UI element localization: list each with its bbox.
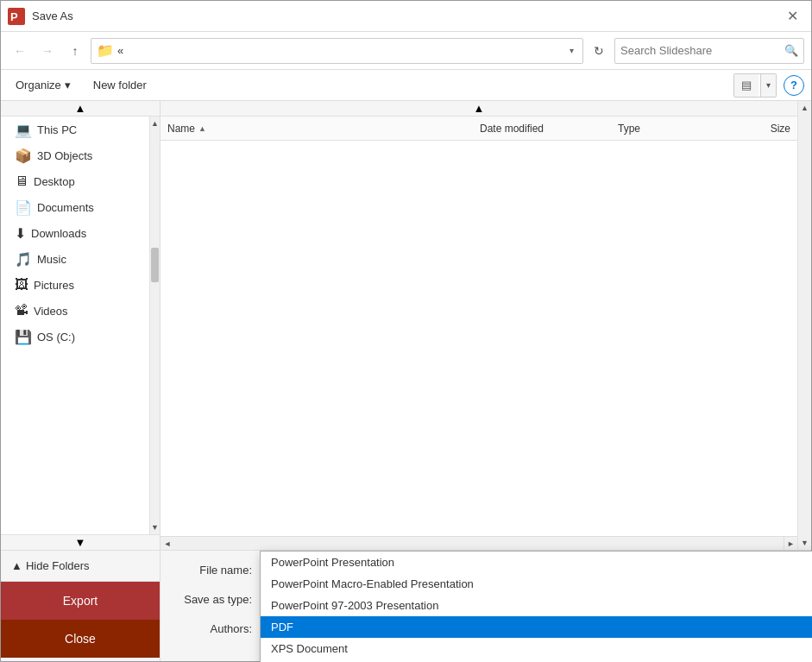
main-content: ▲ 💻This PC📦3D Objects🖥Desktop📄Documents⬇… xyxy=(1,101,811,550)
hscroll-track xyxy=(174,537,784,550)
sidebar-items-list: 💻This PC📦3D Objects🖥Desktop📄Documents⬇Do… xyxy=(1,117,149,534)
address-text: « xyxy=(117,44,566,57)
forward-button[interactable]: → xyxy=(35,39,60,63)
sidebar-item-3d-objects[interactable]: 📦3D Objects xyxy=(1,142,149,168)
toolbar: Organize ▾ New folder ▤ ▾ ? xyxy=(1,70,811,101)
export-button[interactable]: Export xyxy=(1,582,160,620)
address-folder-icon: 📁 xyxy=(97,42,114,59)
sidebar-icon-videos: 📽 xyxy=(15,303,28,318)
hide-folders-label: Hide Folders xyxy=(26,559,90,572)
sidebar-icon-music: 🎵 xyxy=(15,251,32,268)
dropdown-item-ppt[interactable]: PowerPoint 97-2003 Presentation xyxy=(261,595,812,616)
file-list-header: Name ▲ Date modified Type Size xyxy=(161,117,797,141)
sidebar-item-desktop[interactable]: 🖥Desktop xyxy=(1,168,149,194)
title-bar: P Save As ✕ xyxy=(1,1,811,32)
vscroll-track xyxy=(798,115,811,536)
organize-button[interactable]: Organize ▾ xyxy=(8,74,79,96)
sidebar-label-this-pc: This PC xyxy=(37,123,77,136)
view-button[interactable]: ▤ ▾ xyxy=(733,73,777,98)
up-button[interactable]: ↑ xyxy=(63,39,87,63)
sidebar-label-os-c: OS (C:) xyxy=(37,331,75,344)
bottom-left-actions: ▲ Hide Folders Export Close xyxy=(1,551,161,661)
file-scroll-up-button[interactable]: ▲ xyxy=(161,101,797,117)
content-section: ▲ Name ▲ Date modified Type Size ◄ xyxy=(161,101,811,550)
file-name-label: File name: xyxy=(174,564,261,577)
sidebar-item-downloads[interactable]: ⬇Downloads xyxy=(1,220,149,246)
file-area: ▲ Name ▲ Date modified Type Size ◄ xyxy=(161,101,797,550)
address-field[interactable]: 📁 « ▾ xyxy=(91,38,583,64)
powerpoint-icon: P xyxy=(8,8,25,25)
col-name-sort-icon: ▲ xyxy=(198,124,206,133)
sidebar-icon-this-pc: 💻 xyxy=(15,122,32,138)
dropdown-item-xps[interactable]: XPS Document xyxy=(261,638,812,659)
close-button[interactable]: Close xyxy=(1,620,160,658)
sidebar-item-documents[interactable]: 📄Documents xyxy=(1,194,149,220)
authors-label: Authors: xyxy=(174,622,261,635)
hide-folders-button[interactable]: ▲ Hide Folders xyxy=(1,551,160,582)
sidebar-item-this-pc[interactable]: 💻This PC xyxy=(1,117,149,142)
view-icon[interactable]: ▤ xyxy=(734,74,758,97)
sidebar-icon-downloads: ⬇ xyxy=(15,225,26,242)
hide-folders-chevron: ▲ xyxy=(11,559,22,572)
dropdown-item-pptx[interactable]: PowerPoint Presentation xyxy=(261,552,812,573)
back-button[interactable]: ← xyxy=(8,39,32,63)
type-dropdown-menu[interactable]: PowerPoint PresentationPowerPoint Macro-… xyxy=(260,551,812,662)
sidebar-label-documents: Documents xyxy=(37,201,94,214)
col-name-label: Name xyxy=(167,123,195,135)
sidebar-scrollbar-down[interactable]: ▼ xyxy=(150,520,160,534)
svg-text:P: P xyxy=(10,10,18,23)
sidebar-icon-desktop: 🖥 xyxy=(15,173,28,189)
bottom-inner: ▲ Hide Folders Export Close File name: ▾… xyxy=(1,551,811,661)
vscroll-up-button[interactable]: ▲ xyxy=(798,101,811,115)
new-folder-button[interactable]: New folder xyxy=(85,74,154,96)
search-icon: 🔍 xyxy=(784,44,798,57)
search-input[interactable] xyxy=(620,44,784,57)
window-title: Save As xyxy=(32,9,780,22)
col-size-header[interactable]: Size xyxy=(721,123,790,135)
col-date-header[interactable]: Date modified xyxy=(480,123,618,135)
sidebar-icon-os-c: 💾 xyxy=(15,329,32,345)
address-dropdown-icon[interactable]: ▾ xyxy=(566,46,577,55)
organize-label: Organize xyxy=(16,79,61,91)
sidebar-scrollbar: ▲ ▼ xyxy=(149,117,160,534)
sidebar-icon-pictures: 🖼 xyxy=(15,277,28,293)
col-name-header[interactable]: Name ▲ xyxy=(167,123,480,135)
bottom-area: ▲ Hide Folders Export Close File name: ▾… xyxy=(1,550,811,661)
help-button[interactable]: ? xyxy=(784,75,804,96)
sidebar-label-videos: Videos xyxy=(34,305,68,318)
sidebar-scrollbar-up[interactable]: ▲ xyxy=(150,117,160,130)
sidebar-label-music: Music xyxy=(37,253,66,266)
sidebar-label-desktop: Desktop xyxy=(34,175,75,188)
sidebar-scrollbar-thumb xyxy=(151,248,159,282)
sidebar-scroll-up-button[interactable]: ▲ xyxy=(1,101,160,117)
sidebar: ▲ 💻This PC📦3D Objects🖥Desktop📄Documents⬇… xyxy=(1,101,161,550)
sidebar-item-music[interactable]: 🎵Music xyxy=(1,246,149,272)
dropdown-item-pdf[interactable]: PDF xyxy=(261,616,812,638)
save-as-type-label: Save as type: xyxy=(174,593,261,606)
hscroll-left-button[interactable]: ◄ xyxy=(161,537,174,550)
sidebar-scroll-down-button[interactable]: ▼ xyxy=(1,534,160,550)
refresh-button[interactable]: ↻ xyxy=(587,39,611,63)
file-list-body xyxy=(161,141,797,536)
view-dropdown-icon[interactable]: ▾ xyxy=(760,74,776,97)
sidebar-inner: 💻This PC📦3D Objects🖥Desktop📄Documents⬇Do… xyxy=(1,117,160,534)
vertical-scrollbar: ▲ ▼ xyxy=(797,101,811,550)
sidebar-label-downloads: Downloads xyxy=(31,227,86,240)
hscroll-right-button[interactable]: ► xyxy=(784,537,797,550)
close-window-button[interactable]: ✕ xyxy=(780,4,804,28)
sidebar-item-os-c[interactable]: 💾OS (C:) xyxy=(1,324,149,350)
sidebar-item-videos[interactable]: 📽Videos xyxy=(1,298,149,324)
bottom-right-form: File name: ▾ Save as type: PowerPoint Pr… xyxy=(161,551,811,661)
col-type-header[interactable]: Type xyxy=(618,123,721,135)
sidebar-item-pictures[interactable]: 🖼Pictures xyxy=(1,272,149,298)
sidebar-scrollbar-track xyxy=(150,130,160,520)
address-bar: ← → ↑ 📁 « ▾ ↻ 🔍 xyxy=(1,32,811,70)
sidebar-icon-documents: 📄 xyxy=(15,199,32,216)
sidebar-icon-3d-objects: 📦 xyxy=(15,148,32,164)
sidebar-label-pictures: Pictures xyxy=(34,279,74,292)
search-box[interactable]: 🔍 xyxy=(614,38,804,64)
dropdown-item-pptm[interactable]: PowerPoint Macro-Enabled Presentation xyxy=(261,573,812,595)
vscroll-down-button[interactable]: ▼ xyxy=(798,536,811,550)
horizontal-scrollbar: ◄ ► xyxy=(161,536,797,550)
sidebar-label-3d-objects: 3D Objects xyxy=(37,149,92,162)
